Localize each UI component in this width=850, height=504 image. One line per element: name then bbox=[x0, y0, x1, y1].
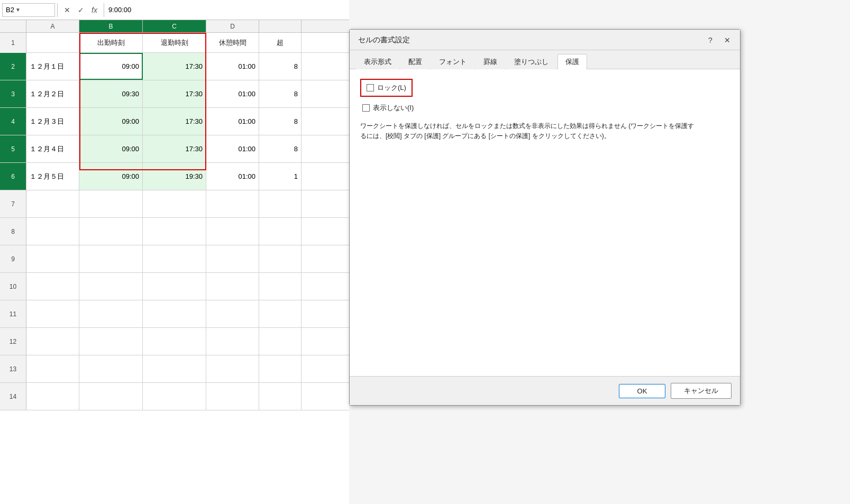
col-header-a[interactable]: A bbox=[26, 20, 79, 32]
row-num-1: 1 bbox=[0, 33, 26, 53]
cell-ref-value: B2 bbox=[6, 6, 14, 14]
table-row: 5 １２月４日 09:00 17:30 01:00 8 bbox=[0, 135, 349, 163]
tab-fill[interactable]: 塗りつぶし bbox=[506, 54, 556, 69]
formula-input-separator bbox=[104, 3, 104, 17]
dialog-help-button[interactable]: ? bbox=[704, 34, 717, 47]
formula-bar: B2 ▼ ✕ ✓ fx bbox=[0, 0, 349, 20]
fx-icon[interactable]: fx bbox=[89, 5, 99, 15]
row-num-3: 3 bbox=[0, 80, 26, 107]
dialog-footer: OK キャンセル bbox=[350, 376, 740, 405]
cancel-button[interactable]: キャンセル bbox=[671, 383, 732, 399]
dialog-tabs: 表示形式 配置 フォント 罫線 塗りつぶし 保護 bbox=[350, 50, 740, 69]
cell-e4[interactable]: 8 bbox=[259, 108, 301, 135]
row-num-7: 7 bbox=[0, 190, 26, 217]
dialog-close-button[interactable]: ✕ bbox=[721, 34, 734, 47]
table-row: 8 bbox=[0, 218, 349, 245]
row-num-6: 6 bbox=[0, 163, 26, 190]
cell-e6[interactable]: 1 bbox=[259, 163, 301, 190]
row-num-8: 8 bbox=[0, 218, 26, 245]
table-row: 11 bbox=[0, 300, 349, 328]
dialog-title-controls: ? ✕ bbox=[704, 34, 734, 47]
col-header-b[interactable]: B bbox=[79, 20, 143, 32]
protection-description: ワークシートを保護しなければ、セルをロックまたは数式を非表示にした効果は得られま… bbox=[360, 121, 699, 141]
cell-c7[interactable] bbox=[143, 190, 206, 217]
cell-b2[interactable]: 09:00 bbox=[79, 53, 143, 80]
cell-d2[interactable]: 01:00 bbox=[206, 53, 259, 80]
data-grid: 2 １２月１日 09:00 17:30 01:00 8 3 １２月２日 09:3… bbox=[0, 53, 349, 410]
tab-align[interactable]: 配置 bbox=[400, 54, 430, 69]
col-header-c[interactable]: C bbox=[143, 20, 206, 32]
cell-e3[interactable]: 8 bbox=[259, 80, 301, 107]
table-row: 3 １２月２日 09:30 17:30 01:00 8 bbox=[0, 80, 349, 108]
corner-cell bbox=[0, 20, 26, 32]
formula-bar-separator bbox=[57, 3, 58, 17]
cell-d3[interactable]: 01:00 bbox=[206, 80, 259, 107]
hide-label[interactable]: 表示しない(I) bbox=[373, 103, 414, 113]
confirm-formula-icon[interactable]: ✓ bbox=[76, 5, 86, 15]
cell-d6[interactable]: 01:00 bbox=[206, 163, 259, 190]
hide-checkbox-container: 表示しない(I) bbox=[360, 102, 729, 114]
dialog-titlebar: セルの書式設定 ? ✕ bbox=[350, 30, 740, 50]
cell-e5[interactable]: 8 bbox=[259, 135, 301, 162]
cell-a3[interactable]: １２月２日 bbox=[26, 80, 79, 107]
table-row: 4 １２月３日 09:00 17:30 01:00 8 bbox=[0, 108, 349, 135]
cell-a1[interactable] bbox=[26, 33, 79, 52]
spreadsheet: B2 ▼ ✕ ✓ fx A B C D 1 出勤時刻 退勤時刻 休憩時間 超 2… bbox=[0, 0, 349, 504]
hide-checkbox[interactable] bbox=[362, 104, 370, 112]
cell-b1[interactable]: 出勤時刻 bbox=[79, 33, 143, 52]
row-num-2: 2 bbox=[0, 53, 26, 80]
cell-d5[interactable]: 01:00 bbox=[206, 135, 259, 162]
col-header-d[interactable]: D bbox=[206, 20, 259, 32]
cell-d4[interactable]: 01:00 bbox=[206, 108, 259, 135]
cell-c4[interactable]: 17:30 bbox=[143, 108, 206, 135]
cell-c3[interactable]: 17:30 bbox=[143, 80, 206, 107]
cell-c1[interactable]: 退勤時刻 bbox=[143, 33, 206, 52]
cell-d7[interactable] bbox=[206, 190, 259, 217]
lock-label[interactable]: ロック(L) bbox=[377, 83, 406, 93]
cell-a6[interactable]: １２月５日 bbox=[26, 163, 79, 190]
cell-reference-box[interactable]: B2 ▼ bbox=[2, 3, 55, 17]
cell-d1[interactable]: 休憩時間 bbox=[206, 33, 259, 52]
table-row: 6 １２月５日 09:00 19:30 01:00 1 bbox=[0, 163, 349, 190]
tab-border[interactable]: 罫線 bbox=[476, 54, 505, 69]
cell-b5[interactable]: 09:00 bbox=[79, 135, 143, 162]
table-row: 14 bbox=[0, 383, 349, 410]
formula-input[interactable] bbox=[106, 6, 347, 14]
row-1: 1 出勤時刻 退勤時刻 休憩時間 超 bbox=[0, 33, 349, 53]
cell-e7[interactable] bbox=[259, 190, 301, 217]
column-headers: A B C D bbox=[0, 20, 349, 33]
ok-button[interactable]: OK bbox=[619, 384, 665, 398]
cell-a4[interactable]: １２月３日 bbox=[26, 108, 79, 135]
cell-b4[interactable]: 09:00 bbox=[79, 108, 143, 135]
table-row: 9 bbox=[0, 245, 349, 273]
dialog-content: ロック(L) 表示しない(I) ワークシートを保護しなければ、セルをロックまたは… bbox=[350, 69, 740, 376]
col-header-e[interactable] bbox=[259, 20, 301, 32]
dialog-title: セルの書式設定 bbox=[358, 35, 410, 45]
formula-bar-icons: ✕ ✓ fx bbox=[60, 5, 102, 15]
lock-checkbox-container: ロック(L) bbox=[360, 79, 413, 97]
format-cells-dialog: セルの書式設定 ? ✕ 表示形式 配置 フォント 罫線 塗りつぶし 保護 ロック… bbox=[349, 29, 741, 406]
cell-b7[interactable] bbox=[79, 190, 143, 217]
tab-protection[interactable]: 保護 bbox=[557, 54, 587, 69]
cell-c5[interactable]: 17:30 bbox=[143, 135, 206, 162]
cell-b3[interactable]: 09:30 bbox=[79, 80, 143, 107]
row-num-4: 4 bbox=[0, 108, 26, 135]
cell-c6[interactable]: 19:30 bbox=[143, 163, 206, 190]
cell-b6[interactable]: 09:00 bbox=[79, 163, 143, 190]
table-row: 12 bbox=[0, 328, 349, 355]
lock-checkbox[interactable] bbox=[367, 84, 374, 91]
cell-e2[interactable]: 8 bbox=[259, 53, 301, 80]
cell-a2[interactable]: １２月１日 bbox=[26, 53, 79, 80]
tab-font[interactable]: フォント bbox=[431, 54, 474, 69]
tab-format[interactable]: 表示形式 bbox=[356, 54, 399, 69]
cell-ref-dropdown-icon[interactable]: ▼ bbox=[15, 7, 21, 13]
cell-a7[interactable] bbox=[26, 190, 79, 217]
cell-a5[interactable]: １２月４日 bbox=[26, 135, 79, 162]
cancel-formula-icon[interactable]: ✕ bbox=[62, 5, 72, 15]
table-row: 13 bbox=[0, 355, 349, 383]
cell-e1[interactable]: 超 bbox=[259, 33, 301, 52]
table-row: 10 bbox=[0, 273, 349, 300]
row-num-5: 5 bbox=[0, 135, 26, 162]
table-row: 2 １２月１日 09:00 17:30 01:00 8 bbox=[0, 53, 349, 80]
cell-c2[interactable]: 17:30 bbox=[143, 53, 206, 80]
